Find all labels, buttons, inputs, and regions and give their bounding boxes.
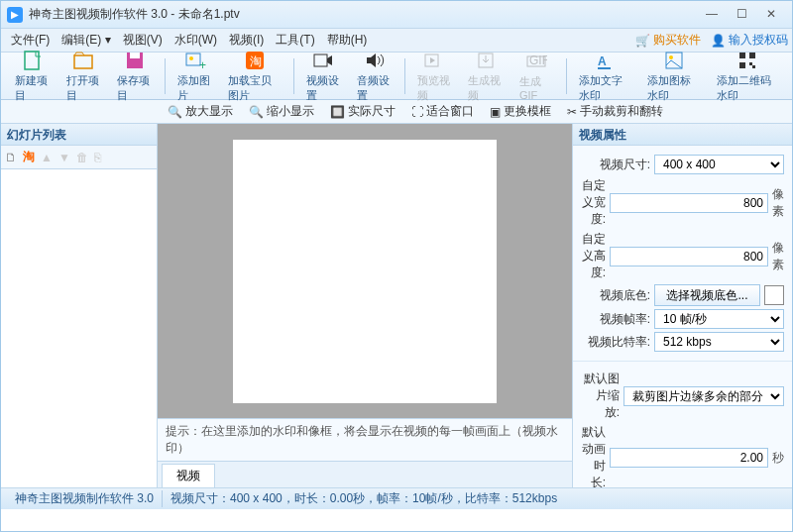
width-input[interactable] — [610, 193, 768, 213]
generate-gif-button[interactable]: GIF生成 GIF — [511, 49, 562, 103]
gif-icon: GIF — [525, 51, 547, 72]
fit-window-button[interactable]: ⛶适合窗口 — [405, 103, 480, 120]
zoom-out-button[interactable]: 🔍缩小显示 — [243, 103, 320, 120]
scale-label: 默认图片缩放: — [581, 371, 620, 421]
change-frame-button[interactable]: ▣更换模框 — [484, 103, 557, 120]
icon-wm-icon — [663, 50, 685, 71]
qr-watermark-button[interactable]: 添加二维码水印 — [709, 48, 786, 105]
svg-rect-3 — [130, 53, 140, 58]
status-info: 视频尺寸：400 x 400，时长：0.00秒，帧率：10帧/秒，比特率：512… — [163, 490, 565, 507]
menu-file[interactable]: 文件(F) — [5, 32, 56, 49]
zoom-in-button[interactable]: 🔍放大显示 — [162, 103, 239, 120]
preview-button[interactable]: 预览视频 — [409, 48, 461, 105]
taobao-icon: 淘 — [244, 50, 266, 71]
export-icon — [475, 50, 497, 71]
video-icon — [312, 50, 334, 71]
menu-video[interactable]: 视频(I) — [223, 32, 270, 49]
slide-list[interactable] — [1, 169, 157, 487]
svg-rect-20 — [739, 62, 745, 68]
anim-label: 默认动画时长: — [581, 424, 606, 487]
svg-text:淘: 淘 — [250, 54, 262, 68]
app-logo: ▶ — [7, 7, 23, 23]
generate-video-button[interactable]: 生成视频 — [460, 48, 511, 105]
size-select[interactable]: 400 x 400 — [654, 155, 784, 174]
slide-list-toolbar: 🗋 淘 ▲ ▼ 🗑 ⎘ — [1, 146, 157, 169]
fit-icon: ⛶ — [411, 105, 423, 119]
down-icon[interactable]: ▼ — [58, 151, 70, 164]
audio-settings-button[interactable]: 音频设置 — [349, 48, 400, 105]
bitrate-select[interactable]: 512 kbps — [654, 332, 784, 352]
menu-edit[interactable]: 编辑(E) ▾ — [56, 32, 116, 49]
hint-text: 提示：在这里添加的水印和像框，将会显示在视频的每一帧画面上（视频水印） — [158, 418, 572, 461]
slide-list-header: 幻灯片列表 — [1, 124, 157, 146]
slide-list-panel: 幻灯片列表 🗋 淘 ▲ ▼ 🗑 ⎘ — [1, 124, 158, 487]
properties-header: 视频属性 — [573, 124, 792, 146]
properties-panel: 视频属性 视频尺寸:400 x 400 自定义宽度:像素 自定义高度:像素 视频… — [572, 124, 792, 487]
video-settings-button[interactable]: 视频设置 — [298, 48, 350, 105]
svg-text:A: A — [598, 54, 607, 68]
width-label: 自定义宽度: — [581, 177, 606, 228]
save-project-button[interactable]: 保存项目 — [109, 48, 161, 105]
anim-input[interactable] — [610, 448, 768, 468]
height-input[interactable] — [610, 247, 768, 266]
buy-link[interactable]: 🛒购买软件 — [635, 32, 701, 49]
window-title: 神奇主图视频制作软件 3.0 - 未命名1.ptv — [29, 6, 697, 23]
height-label: 自定义高度: — [581, 231, 606, 281]
titlebar: ▶ 神奇主图视频制作软件 3.0 - 未命名1.ptv — ☐ ✕ — [1, 1, 792, 29]
fps-select[interactable]: 10 帧/秒 — [654, 309, 784, 329]
icon-watermark-button[interactable]: 添加图标水印 — [639, 48, 708, 105]
frame-icon: ▣ — [490, 105, 501, 119]
user-icon: 👤 — [711, 34, 726, 48]
close-button[interactable]: ✕ — [756, 5, 786, 25]
tab-video[interactable]: 视频 — [162, 464, 215, 487]
open-project-button[interactable]: 打开项目 — [58, 48, 110, 105]
size-label: 视频尺寸: — [581, 157, 650, 173]
load-taobao-button[interactable]: 淘加载宝贝图片 — [220, 48, 288, 105]
copy-icon[interactable]: ⎘ — [94, 151, 101, 164]
menu-tools[interactable]: 工具(T) — [270, 32, 320, 49]
bgcolor-button[interactable]: 选择视频底色... — [654, 284, 760, 306]
maximize-button[interactable]: ☐ — [727, 5, 756, 25]
bgcolor-swatch[interactable] — [764, 285, 784, 305]
svg-rect-4 — [186, 53, 200, 65]
new-icon — [22, 50, 44, 71]
menu-view[interactable]: 视图(V) — [117, 32, 169, 49]
svg-rect-16 — [666, 53, 682, 68]
menu-watermark[interactable]: 水印(W) — [169, 32, 223, 49]
text-watermark-button[interactable]: A添加文字水印 — [571, 48, 639, 105]
svg-point-5 — [189, 56, 193, 60]
crop-icon: ✂ — [567, 105, 577, 119]
bgcolor-label: 视频底色: — [581, 287, 650, 304]
status-app: 神奇主图视频制作软件 3.0 — [7, 490, 163, 507]
open-icon — [72, 50, 94, 71]
crop-rotate-button[interactable]: ✂手动裁剪和翻转 — [561, 103, 669, 120]
register-link[interactable]: 👤输入授权码 — [711, 32, 788, 49]
svg-text:GIF: GIF — [529, 53, 547, 67]
add-slide-icon[interactable]: 🗋 — [5, 151, 17, 164]
svg-rect-9 — [314, 54, 327, 66]
menu-help[interactable]: 帮助(H) — [321, 32, 374, 49]
new-project-button[interactable]: 新建项目 — [7, 48, 58, 105]
scale-select[interactable]: 裁剪图片边缘多余的部分 — [623, 386, 784, 406]
add-image-button[interactable]: +添加图片 — [170, 48, 221, 105]
cart-icon: 🛒 — [635, 34, 650, 48]
svg-rect-21 — [749, 62, 752, 65]
svg-text:+: + — [199, 58, 206, 71]
delete-icon[interactable]: 🗑 — [76, 151, 88, 164]
fps-label: 视频帧率: — [581, 311, 650, 328]
audio-icon — [364, 50, 386, 71]
svg-rect-19 — [749, 53, 755, 58]
svg-rect-0 — [25, 52, 39, 69]
svg-point-17 — [669, 55, 673, 59]
up-icon[interactable]: ▲ — [41, 151, 53, 164]
actual-size-button[interactable]: 🔲实际尺寸 — [324, 103, 401, 120]
tao-slide-button[interactable]: 淘 — [23, 149, 35, 165]
zoom-out-icon: 🔍 — [249, 105, 264, 119]
video-canvas[interactable] — [233, 140, 497, 403]
bottom-tabs: 视频 — [158, 461, 572, 487]
svg-rect-1 — [74, 55, 92, 68]
save-icon — [124, 50, 146, 71]
preview-icon — [423, 50, 445, 71]
minimize-button[interactable]: — — [697, 5, 727, 25]
svg-rect-18 — [739, 53, 745, 58]
